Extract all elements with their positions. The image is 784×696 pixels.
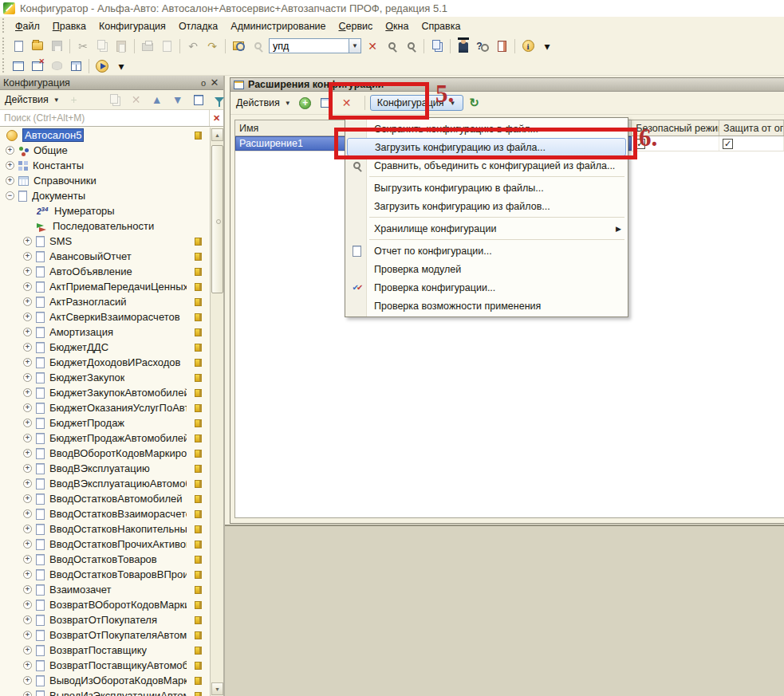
tree-item[interactable]: +БюджетДоходовИРасходов [0, 355, 223, 370]
expand-icon[interactable]: + [23, 600, 32, 609]
expand-icon[interactable]: + [23, 358, 32, 367]
tree-item[interactable]: +ВводВЭксплуатацию [0, 461, 223, 476]
tree-item[interactable]: +Общие [0, 143, 223, 158]
combo-dropdown-icon[interactable]: ▼ [349, 38, 361, 53]
close-panel-icon[interactable]: ✕ [209, 77, 220, 88]
start-debugging-icon[interactable] [93, 58, 111, 74]
tree-item[interactable]: +АктПриемаПередачиЦенныхБу_ [0, 279, 223, 294]
tree-item[interactable]: +ВозвратПоставщикуАвтомобил_ [0, 658, 223, 673]
tree-item[interactable]: +БюджетДДС [0, 340, 223, 355]
pin-icon[interactable]: o [198, 77, 209, 88]
expand-icon[interactable]: + [23, 615, 32, 624]
tree-item[interactable]: +АктРазногласий [0, 294, 223, 309]
expand-icon[interactable]: + [23, 449, 32, 458]
menubar-item-7[interactable]: Справка [415, 18, 467, 34]
collapse-icon[interactable]: − [6, 191, 14, 200]
menu-item-10[interactable]: Проверка модулей [345, 260, 628, 278]
expand-icon[interactable]: + [23, 479, 32, 488]
tree-item[interactable]: +ВыводИзЭксплуатацииАвтомоб_ [0, 688, 223, 696]
menubar-item-0[interactable]: Файл [9, 18, 46, 34]
clear-search-icon[interactable]: ✕ [364, 38, 381, 54]
menubar-item-5[interactable]: Сервис [333, 18, 380, 34]
menu-item-12[interactable]: Проверка возможности применения [345, 297, 628, 315]
syntax-assistant-icon[interactable] [455, 38, 472, 54]
new-document-icon[interactable] [10, 38, 27, 54]
toolbar-grip[interactable] [2, 58, 6, 73]
cut-icon[interactable]: ✂ [74, 38, 92, 54]
expand-icon[interactable]: + [23, 403, 32, 412]
help-search-icon[interactable]: ? [474, 38, 491, 54]
tree-item[interactable]: +ВводВОборотКодовМаркировки [0, 446, 223, 461]
print-preview-icon[interactable] [158, 38, 175, 54]
tree-item[interactable]: +ВводОстатковТоваров [0, 552, 223, 567]
tree-item[interactable]: +ВозвратВОборотКодовМаркиро_ [0, 597, 223, 612]
column-header[interactable]: Защита от опа [719, 120, 784, 136]
global-search-icon[interactable] [230, 38, 247, 54]
tree-item[interactable]: +ВозвратОтПокупателяАвтомоби_ [0, 627, 223, 643]
tree-item[interactable]: +ВводОстатковВзаиморасчетов [0, 506, 223, 521]
search-previous-icon[interactable] [383, 38, 400, 54]
tree-item[interactable]: 234Нумераторы [0, 203, 223, 218]
expand-icon[interactable]: + [23, 525, 32, 533]
print-icon[interactable] [139, 38, 156, 54]
actions-menu-button[interactable]: Действия [3, 94, 50, 105]
add-icon[interactable]: + [65, 92, 83, 108]
expand-icon[interactable]: + [23, 237, 32, 246]
toolbar-grip[interactable] [2, 18, 6, 33]
menu-item-7[interactable]: Хранилище конфигурации▶ [345, 219, 628, 238]
menu-item-5[interactable]: Загрузить конфигурацию из файлов... [345, 197, 628, 215]
tree-item[interactable]: +ВводВЭксплуатациюАвтомобил_ [0, 476, 223, 491]
expand-icon[interactable]: + [23, 464, 32, 473]
redo-icon[interactable]: ↷ [203, 38, 221, 54]
expand-icon[interactable]: + [23, 343, 32, 352]
expand-icon[interactable]: + [23, 388, 32, 397]
tree-scrollbar[interactable]: ▲ ▼ [210, 128, 223, 696]
debug-more-icon[interactable]: ▾ [112, 58, 130, 74]
expand-icon[interactable]: + [23, 313, 32, 321]
expand-icon[interactable]: + [23, 252, 32, 261]
move-up-icon[interactable]: ▲ [148, 92, 166, 108]
sidebar-search-input[interactable] [0, 110, 209, 126]
expand-icon[interactable]: + [23, 373, 32, 382]
tree-item[interactable]: +БюджетЗакупок [0, 370, 223, 385]
tree-item[interactable]: +Константы [0, 158, 223, 173]
tree-item[interactable]: +АвтоОбъявление [0, 264, 223, 279]
menu-item-9[interactable]: Отчет по конфигурации... [345, 242, 628, 260]
menubar-item-6[interactable]: Окна [379, 18, 415, 34]
open-file-icon[interactable] [29, 38, 46, 54]
open-form-icon[interactable] [10, 58, 27, 74]
tree-item[interactable]: +ВыводИзОборотаКодовМаркир_ [0, 673, 223, 688]
tree-item[interactable]: +ВводОстатковАвтомобилей [0, 491, 223, 506]
expand-icon[interactable]: + [23, 631, 32, 639]
copy-icon[interactable] [93, 38, 111, 54]
clone-icon[interactable] [107, 92, 124, 108]
expand-icon[interactable]: + [6, 161, 14, 170]
save-icon[interactable] [48, 38, 65, 54]
move-down-icon[interactable]: ▼ [169, 92, 187, 108]
tree-item[interactable]: +ВводОстатковНакопительныхСу_ [0, 521, 223, 537]
table-icon[interactable] [67, 58, 85, 74]
add-extension-icon[interactable]: + [297, 95, 314, 111]
protection-checkbox[interactable]: ✓ [723, 139, 733, 149]
undo-icon[interactable]: ↶ [184, 38, 202, 54]
help-book-icon[interactable] [493, 38, 510, 54]
tree-item[interactable]: +БюджетПродаж [0, 415, 223, 431]
expand-icon[interactable]: + [23, 691, 32, 696]
menubar-item-1[interactable]: Правка [46, 18, 93, 34]
menu-item-4[interactable]: Выгрузить конфигурацию в файлы... [345, 179, 628, 197]
scroll-down-icon[interactable]: ▼ [211, 682, 223, 695]
menubar-item-3[interactable]: Отладка [172, 18, 224, 34]
tree-item[interactable]: +ВводОстатковТоваровВПроизв_ [0, 567, 223, 582]
tree-item[interactable]: +ВозвратОтПокупателя [0, 612, 223, 627]
menu-item-11[interactable]: ✔✔Проверка конфигурации... [345, 278, 628, 297]
expand-icon[interactable]: + [23, 540, 32, 549]
expand-icon[interactable]: + [23, 509, 32, 518]
expand-icon[interactable]: + [23, 419, 32, 427]
tree-item[interactable]: +БюджетЗакупокАвтомобилей [0, 385, 223, 400]
expand-icon[interactable]: + [23, 494, 32, 503]
delete-icon[interactable]: ✕ [128, 92, 145, 108]
tree-item[interactable]: +SMS [0, 234, 223, 249]
expand-icon[interactable]: + [23, 570, 32, 579]
scroll-up-icon[interactable]: ▲ [211, 128, 223, 141]
expand-icon[interactable]: + [23, 676, 32, 685]
